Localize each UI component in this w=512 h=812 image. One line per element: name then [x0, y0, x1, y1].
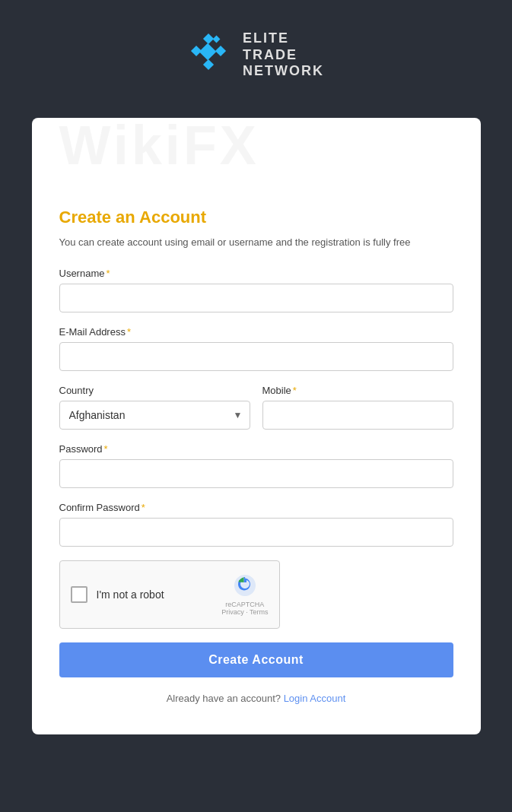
mobile-input[interactable]: +93: [262, 401, 453, 430]
confirm-password-input[interactable]: [59, 518, 453, 547]
country-label: Country: [59, 385, 250, 396]
svg-rect-5: [213, 36, 221, 43]
mobile-group: Mobile* +93: [262, 385, 453, 430]
confirm-password-group: Confirm Password*: [59, 502, 453, 547]
logo-area: ELITE TRADE NETWORK: [188, 30, 324, 80]
country-select-wrapper: Afghanistan Albania Algeria United State…: [59, 401, 250, 430]
svg-rect-4: [203, 59, 214, 70]
email-input[interactable]: [59, 342, 453, 371]
registration-card: WikiFX Create an Account You can create …: [32, 118, 481, 735]
watermark: WikiFX: [59, 118, 453, 176]
svg-rect-3: [215, 46, 226, 56]
svg-rect-2: [199, 43, 217, 61]
email-label: E-Mail Address*: [59, 326, 453, 338]
captcha-label: I'm not a robot: [97, 588, 164, 601]
email-group: E-Mail Address*: [59, 326, 453, 371]
logo-text: ELITE TRADE NETWORK: [243, 30, 324, 80]
logo-icon: [188, 32, 234, 78]
country-mobile-row: Country Afghanistan Albania Algeria Unit…: [59, 385, 453, 430]
country-select[interactable]: Afghanistan Albania Algeria United State…: [59, 401, 250, 430]
recaptcha-icon: [233, 573, 257, 598]
logo-line-3: NETWORK: [243, 63, 324, 80]
password-input[interactable]: [59, 459, 453, 488]
form-subtitle: You can create account using email or us…: [59, 235, 453, 250]
login-prompt-text: Already have an account?: [167, 693, 281, 704]
country-group: Country Afghanistan Albania Algeria Unit…: [59, 385, 250, 430]
captcha-right: reCAPTCHA Privacy · Terms: [221, 573, 268, 616]
password-group: Password*: [59, 443, 453, 488]
login-account-link[interactable]: Login Account: [284, 693, 346, 704]
captcha-left: I'm not a robot: [71, 586, 164, 603]
recaptcha-brand: reCAPTCHA Privacy · Terms: [221, 601, 268, 616]
login-prompt-area: Already have an account? Login Account: [59, 693, 453, 704]
username-input[interactable]: [59, 284, 453, 312]
create-account-button[interactable]: Create Account: [59, 642, 453, 677]
captcha-checkbox[interactable]: [71, 586, 87, 603]
password-label: Password*: [59, 443, 453, 455]
captcha-box[interactable]: I'm not a robot reCAPTCHA Privacy · Term…: [59, 560, 280, 629]
mobile-label: Mobile*: [262, 385, 453, 396]
confirm-password-label: Confirm Password*: [59, 502, 453, 513]
logo-line-1: ELITE: [243, 30, 324, 47]
svg-rect-0: [203, 33, 214, 44]
form-title: Create an Account: [59, 208, 453, 227]
logo-line-2: TRADE: [243, 47, 324, 64]
username-label: Username*: [59, 268, 453, 279]
username-group: Username*: [59, 268, 453, 312]
